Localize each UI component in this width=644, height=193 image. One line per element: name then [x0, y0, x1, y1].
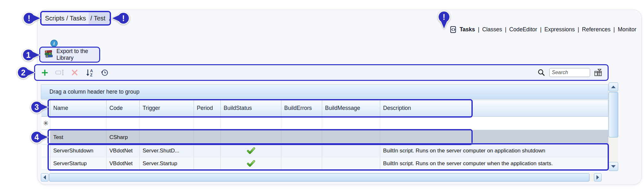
new-row-cell[interactable] — [194, 117, 221, 130]
tab-separator: | — [505, 26, 507, 33]
tab-separator: | — [578, 26, 579, 33]
group-by-hint-text: Drag a column header here to group — [49, 89, 139, 95]
vertical-scrollbar[interactable] — [609, 82, 618, 171]
cell-name[interactable]: ServerStartup — [50, 157, 107, 170]
scroll-left-button[interactable] — [41, 173, 48, 181]
cell-description[interactable] — [380, 130, 608, 144]
new-row-cell[interactable] — [221, 117, 281, 130]
new-row-cell[interactable] — [281, 117, 322, 130]
new-row-indicator: ✳ — [41, 117, 50, 130]
new-row-cell[interactable] — [50, 117, 107, 130]
row-indicator-cell — [41, 130, 50, 144]
horizontal-scroll-thumb[interactable] — [49, 173, 589, 181]
history-button[interactable] — [100, 67, 109, 78]
search-input[interactable] — [549, 68, 590, 77]
tab-expressions[interactable]: Expressions — [544, 26, 575, 33]
cell-buildmessage[interactable] — [322, 157, 380, 170]
arrow-up-icon — [611, 86, 616, 88]
breadcrumb-current-label: / Test — [90, 15, 105, 22]
column-header-code[interactable]: Code — [107, 100, 140, 116]
grid-new-row[interactable]: ✳ — [41, 117, 608, 130]
scroll-right-button[interactable] — [594, 173, 602, 181]
cell-name[interactable]: Test — [50, 130, 107, 144]
cell-period[interactable] — [194, 130, 221, 144]
tab-tasks[interactable]: Tasks — [460, 26, 475, 33]
cell-name[interactable]: ServerShutdown — [50, 144, 107, 157]
svg-text:A: A — [90, 68, 93, 73]
group-by-panel[interactable]: Drag a column header here to group — [41, 84, 608, 99]
add-row-button[interactable] — [40, 67, 49, 78]
vertical-scroll-thumb[interactable] — [609, 92, 618, 137]
cell-description[interactable]: BuiltIn script. Runs on the server compu… — [380, 144, 608, 157]
svg-text:Z: Z — [90, 73, 93, 77]
x-icon — [71, 69, 78, 76]
horizontal-scrollbar[interactable] — [41, 173, 602, 181]
cell-buildmessage[interactable] — [322, 144, 380, 157]
grid-row-test[interactable]: Test CSharp — [41, 130, 608, 144]
column-header-buildmessage[interactable]: BuildMessage — [322, 100, 380, 116]
cell-period[interactable] — [194, 144, 221, 157]
tab-monitor[interactable]: Monitor — [618, 26, 636, 33]
search-icon — [537, 67, 546, 78]
breadcrumb[interactable]: Scripts / Tasks / Test — [40, 11, 111, 26]
cell-trigger[interactable] — [140, 130, 194, 144]
row-indicator-cell — [41, 144, 50, 157]
new-row-cell[interactable] — [140, 117, 194, 130]
tab-separator: | — [540, 26, 542, 33]
cell-trigger[interactable]: Server.Startup — [140, 157, 194, 170]
cell-buildstatus[interactable] — [221, 130, 281, 144]
tab-classes[interactable]: Classes — [482, 26, 502, 33]
breadcrumb-path: Scripts / Tasks — [41, 12, 89, 24]
scroll-down-button[interactable] — [609, 162, 618, 171]
column-header-description[interactable]: Description — [380, 100, 608, 116]
column-header-period[interactable]: Period — [194, 100, 221, 116]
delete-row-button[interactable] — [70, 67, 79, 78]
arrow-left-icon — [43, 175, 46, 180]
sort-button[interactable]: AZ — [85, 67, 94, 78]
green-check-icon — [247, 147, 255, 154]
svg-text:i: i — [53, 41, 55, 46]
balloon-label: 1 — [23, 48, 34, 62]
cell-buildstatus[interactable] — [221, 157, 281, 170]
scroll-up-button[interactable] — [609, 82, 618, 91]
cell-code[interactable]: VBdotNet — [107, 144, 140, 157]
cell-trigger[interactable]: Server.ShutD... — [140, 144, 194, 157]
edit-pencil-icon[interactable] — [108, 15, 111, 21]
cell-buildstatus[interactable] — [221, 144, 281, 157]
new-row-cell[interactable] — [380, 117, 608, 130]
cell-code[interactable]: VBdotNet — [107, 157, 140, 170]
cell-description[interactable]: BuiltIn script. Runs on the server compu… — [380, 157, 608, 170]
column-header-builderrors[interactable]: BuildErrors — [281, 100, 322, 116]
plus-icon — [41, 69, 49, 77]
cell-code[interactable]: CSharp — [107, 130, 140, 144]
balloon-label: 2 — [18, 66, 29, 79]
cell-buildmessage[interactable] — [322, 130, 380, 144]
breadcrumb-current: / Test — [89, 12, 111, 24]
grid-toolbar: AZ — [34, 64, 609, 81]
cell-period[interactable] — [194, 157, 221, 170]
code-document-icon — [450, 26, 456, 33]
header-row-indicator-cell — [41, 100, 50, 116]
grid-header-row: Name Code Trigger Period BuildStatus Bui… — [41, 100, 608, 117]
column-header-name[interactable]: Name — [50, 100, 107, 116]
new-row-cell[interactable] — [322, 117, 380, 130]
column-header-trigger[interactable]: Trigger — [140, 100, 194, 116]
column-chooser-button[interactable] — [593, 67, 603, 78]
new-row-cell[interactable] — [107, 117, 140, 130]
cell-builderrors[interactable] — [281, 157, 322, 170]
arrow-down-icon — [611, 165, 616, 168]
export-to-library-button[interactable]: Export to the Library — [39, 47, 100, 63]
info-circle-icon[interactable]: i — [50, 39, 58, 47]
arrow-right-icon — [596, 175, 599, 180]
cell-builderrors[interactable] — [281, 130, 322, 144]
sort-az-down-icon: AZ — [85, 68, 94, 77]
balloon-label: ! — [23, 12, 35, 25]
column-header-buildstatus[interactable]: BuildStatus — [221, 100, 281, 116]
tab-references[interactable]: References — [582, 26, 611, 33]
tab-codeeditor[interactable]: CodeEditor — [509, 26, 537, 33]
row-indicator-cell — [41, 157, 50, 170]
grid-row-servershutdown[interactable]: ServerShutdown VBdotNet Server.ShutD... … — [41, 144, 608, 157]
rename-button[interactable] — [55, 67, 64, 78]
cell-builderrors[interactable] — [281, 144, 322, 157]
grid-row-serverstartup[interactable]: ServerStartup VBdotNet Server.Startup Bu… — [41, 157, 608, 170]
